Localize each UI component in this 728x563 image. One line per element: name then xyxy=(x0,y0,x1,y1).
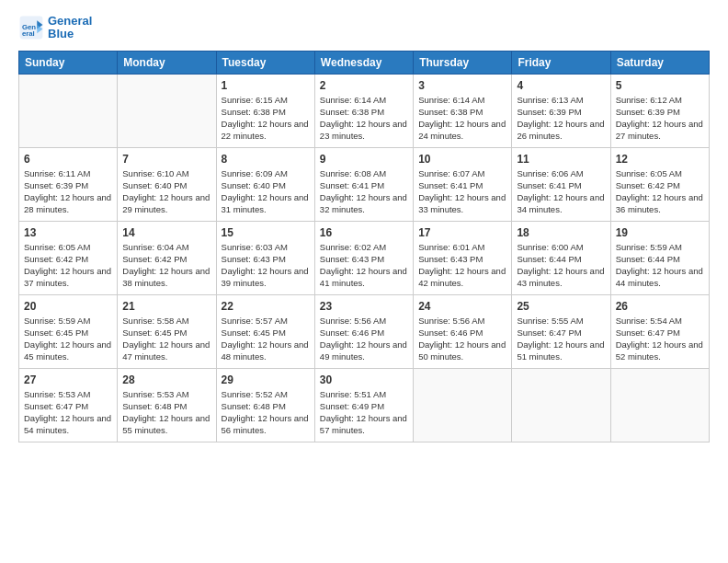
day-number: 21 xyxy=(122,299,210,315)
day-info: Sunrise: 6:15 AM Sunset: 6:38 PM Dayligh… xyxy=(222,95,310,142)
day-cell: 18Sunrise: 6:00 AM Sunset: 6:44 PM Dayli… xyxy=(512,221,610,294)
day-info: Sunrise: 6:12 AM Sunset: 6:39 PM Dayligh… xyxy=(616,95,704,142)
day-info: Sunrise: 6:14 AM Sunset: 6:38 PM Dayligh… xyxy=(320,95,408,142)
day-cell: 27Sunrise: 5:53 AM Sunset: 6:47 PM Dayli… xyxy=(19,368,118,442)
day-cell: 20Sunrise: 5:59 AM Sunset: 6:45 PM Dayli… xyxy=(19,294,118,368)
day-number: 26 xyxy=(616,299,704,315)
day-info: Sunrise: 5:57 AM Sunset: 6:45 PM Dayligh… xyxy=(222,316,310,362)
day-number: 19 xyxy=(616,225,704,241)
logo: Gen eral General Blue xyxy=(18,15,92,41)
week-row-5: 27Sunrise: 5:53 AM Sunset: 6:47 PM Dayli… xyxy=(19,368,710,442)
day-info: Sunrise: 5:58 AM Sunset: 6:45 PM Dayligh… xyxy=(122,316,210,362)
col-header-monday: Monday xyxy=(118,51,216,74)
day-number: 27 xyxy=(24,373,112,388)
day-info: Sunrise: 5:53 AM Sunset: 6:48 PM Dayligh… xyxy=(122,389,210,436)
day-info: Sunrise: 5:56 AM Sunset: 6:46 PM Dayligh… xyxy=(418,316,506,362)
day-info: Sunrise: 6:10 AM Sunset: 6:40 PM Dayligh… xyxy=(122,168,210,215)
day-number: 12 xyxy=(616,152,704,167)
day-info: Sunrise: 6:01 AM Sunset: 6:43 PM Dayligh… xyxy=(418,242,506,289)
day-info: Sunrise: 6:09 AM Sunset: 6:40 PM Dayligh… xyxy=(222,168,310,215)
day-info: Sunrise: 6:06 AM Sunset: 6:41 PM Dayligh… xyxy=(517,168,605,215)
day-info: Sunrise: 6:11 AM Sunset: 6:39 PM Dayligh… xyxy=(24,168,112,215)
day-number: 17 xyxy=(418,225,506,241)
page: Gen eral General Blue SundayMondayTuesda… xyxy=(0,0,728,563)
day-cell xyxy=(512,368,610,442)
week-row-1: 1Sunrise: 6:15 AM Sunset: 6:38 PM Daylig… xyxy=(19,74,710,147)
day-number: 30 xyxy=(320,373,408,388)
day-cell: 10Sunrise: 6:07 AM Sunset: 6:41 PM Dayli… xyxy=(414,147,512,221)
day-cell: 7Sunrise: 6:10 AM Sunset: 6:40 PM Daylig… xyxy=(118,147,216,221)
day-cell: 5Sunrise: 6:12 AM Sunset: 6:39 PM Daylig… xyxy=(610,74,709,147)
day-cell: 4Sunrise: 6:13 AM Sunset: 6:39 PM Daylig… xyxy=(512,74,610,147)
day-number: 24 xyxy=(418,299,506,315)
day-number: 1 xyxy=(222,78,310,94)
col-header-saturday: Saturday xyxy=(610,51,709,74)
day-info: Sunrise: 6:13 AM Sunset: 6:39 PM Dayligh… xyxy=(517,95,605,142)
day-info: Sunrise: 6:08 AM Sunset: 6:41 PM Dayligh… xyxy=(320,168,408,215)
day-cell: 24Sunrise: 5:56 AM Sunset: 6:46 PM Dayli… xyxy=(414,294,512,368)
day-info: Sunrise: 6:02 AM Sunset: 6:43 PM Dayligh… xyxy=(320,242,408,289)
header: Gen eral General Blue xyxy=(18,15,710,41)
day-number: 15 xyxy=(222,225,310,241)
day-info: Sunrise: 6:04 AM Sunset: 6:42 PM Dayligh… xyxy=(122,242,210,289)
day-number: 9 xyxy=(320,152,408,167)
col-header-wednesday: Wednesday xyxy=(314,51,413,74)
day-number: 11 xyxy=(517,152,605,167)
day-cell: 16Sunrise: 6:02 AM Sunset: 6:43 PM Dayli… xyxy=(314,221,413,294)
day-cell: 26Sunrise: 5:54 AM Sunset: 6:47 PM Dayli… xyxy=(610,294,709,368)
day-info: Sunrise: 6:07 AM Sunset: 6:41 PM Dayligh… xyxy=(418,168,506,215)
day-number: 25 xyxy=(517,299,605,315)
week-row-2: 6Sunrise: 6:11 AM Sunset: 6:39 PM Daylig… xyxy=(19,147,710,221)
day-info: Sunrise: 5:53 AM Sunset: 6:47 PM Dayligh… xyxy=(24,389,112,436)
day-cell: 23Sunrise: 5:56 AM Sunset: 6:46 PM Dayli… xyxy=(314,294,413,368)
col-header-friday: Friday xyxy=(512,51,610,74)
day-cell: 25Sunrise: 5:55 AM Sunset: 6:47 PM Dayli… xyxy=(512,294,610,368)
day-number: 3 xyxy=(418,78,506,94)
day-number: 7 xyxy=(122,152,210,167)
day-cell: 2Sunrise: 6:14 AM Sunset: 6:38 PM Daylig… xyxy=(314,74,413,147)
day-info: Sunrise: 5:56 AM Sunset: 6:46 PM Dayligh… xyxy=(320,316,408,362)
week-row-4: 20Sunrise: 5:59 AM Sunset: 6:45 PM Dayli… xyxy=(19,294,710,368)
day-info: Sunrise: 6:05 AM Sunset: 6:42 PM Dayligh… xyxy=(616,168,704,215)
logo-icon: Gen eral xyxy=(18,15,44,40)
day-number: 8 xyxy=(222,152,310,167)
day-cell: 1Sunrise: 6:15 AM Sunset: 6:38 PM Daylig… xyxy=(216,74,314,147)
day-cell: 21Sunrise: 5:58 AM Sunset: 6:45 PM Dayli… xyxy=(118,294,216,368)
day-cell: 11Sunrise: 6:06 AM Sunset: 6:41 PM Dayli… xyxy=(512,147,610,221)
week-row-3: 13Sunrise: 6:05 AM Sunset: 6:42 PM Dayli… xyxy=(19,221,710,294)
col-header-sunday: Sunday xyxy=(19,51,118,74)
logo-text: General Blue xyxy=(48,15,92,41)
day-info: Sunrise: 5:54 AM Sunset: 6:47 PM Dayligh… xyxy=(616,316,704,362)
day-info: Sunrise: 5:51 AM Sunset: 6:49 PM Dayligh… xyxy=(320,389,408,436)
day-cell: 8Sunrise: 6:09 AM Sunset: 6:40 PM Daylig… xyxy=(216,147,314,221)
day-cell: 17Sunrise: 6:01 AM Sunset: 6:43 PM Dayli… xyxy=(414,221,512,294)
day-cell: 15Sunrise: 6:03 AM Sunset: 6:43 PM Dayli… xyxy=(216,221,314,294)
day-cell xyxy=(610,368,709,442)
day-number: 16 xyxy=(320,225,408,241)
day-number: 2 xyxy=(320,78,408,94)
day-number: 22 xyxy=(222,299,310,315)
col-header-thursday: Thursday xyxy=(414,51,512,74)
day-number: 28 xyxy=(122,373,210,388)
day-cell: 19Sunrise: 5:59 AM Sunset: 6:44 PM Dayli… xyxy=(610,221,709,294)
day-cell: 30Sunrise: 5:51 AM Sunset: 6:49 PM Dayli… xyxy=(314,368,413,442)
day-cell: 9Sunrise: 6:08 AM Sunset: 6:41 PM Daylig… xyxy=(314,147,413,221)
day-cell xyxy=(414,368,512,442)
day-cell: 6Sunrise: 6:11 AM Sunset: 6:39 PM Daylig… xyxy=(19,147,118,221)
day-info: Sunrise: 5:52 AM Sunset: 6:48 PM Dayligh… xyxy=(222,389,310,436)
day-number: 18 xyxy=(517,225,605,241)
day-cell xyxy=(118,74,216,147)
day-cell: 28Sunrise: 5:53 AM Sunset: 6:48 PM Dayli… xyxy=(118,368,216,442)
day-number: 13 xyxy=(24,225,112,241)
day-cell: 22Sunrise: 5:57 AM Sunset: 6:45 PM Dayli… xyxy=(216,294,314,368)
day-number: 20 xyxy=(24,299,112,315)
day-number: 6 xyxy=(24,152,112,167)
day-cell: 13Sunrise: 6:05 AM Sunset: 6:42 PM Dayli… xyxy=(19,221,118,294)
col-header-tuesday: Tuesday xyxy=(216,51,314,74)
day-info: Sunrise: 6:03 AM Sunset: 6:43 PM Dayligh… xyxy=(222,242,310,289)
day-number: 29 xyxy=(222,373,310,388)
svg-text:eral: eral xyxy=(22,30,35,39)
day-info: Sunrise: 6:05 AM Sunset: 6:42 PM Dayligh… xyxy=(24,242,112,289)
day-cell: 3Sunrise: 6:14 AM Sunset: 6:38 PM Daylig… xyxy=(414,74,512,147)
day-info: Sunrise: 5:59 AM Sunset: 6:44 PM Dayligh… xyxy=(616,242,704,289)
